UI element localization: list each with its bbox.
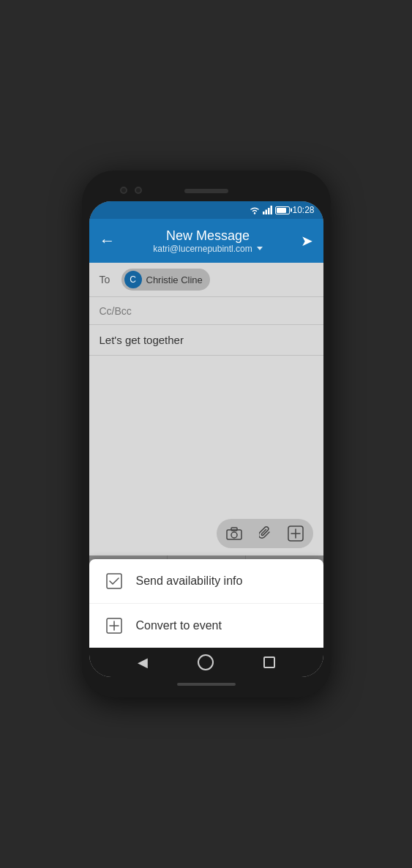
popup-overlay: Send availability info Convert to event bbox=[89, 559, 323, 648]
phone-speaker bbox=[184, 189, 228, 193]
header-title: New Message bbox=[116, 228, 301, 244]
home-bar bbox=[177, 683, 236, 686]
wifi-icon bbox=[249, 206, 261, 214]
phone-shell: 10:28 ← New Message katri@lucernepubintl… bbox=[82, 171, 331, 697]
convert-event-label: Convert to event bbox=[136, 619, 222, 632]
svg-rect-7 bbox=[231, 528, 237, 531]
recipient-avatar: C bbox=[124, 271, 142, 288]
attach-button[interactable] bbox=[255, 523, 275, 544]
add-button[interactable] bbox=[285, 523, 306, 544]
nav-back-button[interactable]: ◀ bbox=[130, 649, 156, 676]
front-sensor bbox=[135, 187, 142, 194]
convert-event-icon bbox=[104, 616, 124, 636]
nav-home-circle bbox=[198, 654, 214, 670]
send-availability-icon bbox=[104, 571, 124, 591]
nav-bar: ◀ bbox=[89, 648, 323, 677]
attachment-buttons bbox=[217, 519, 313, 548]
convert-event-item[interactable]: Convert to event bbox=[89, 604, 323, 648]
phone-screen: 10:28 ← New Message katri@lucernepubintl… bbox=[89, 201, 323, 677]
svg-point-6 bbox=[231, 532, 237, 538]
back-button[interactable]: ← bbox=[100, 231, 116, 250]
status-time: 10:28 bbox=[292, 205, 314, 215]
header-subtitle: katri@lucernepubintl.com bbox=[116, 244, 301, 254]
compose-screen: To C Christie Cline Cc/Bcc Let's get tog… bbox=[89, 263, 323, 648]
app-header: ← New Message katri@lucernepubintl.com ➤ bbox=[89, 219, 323, 263]
svg-rect-11 bbox=[107, 574, 121, 588]
chevron-down-icon bbox=[257, 247, 263, 250]
nav-recent-square bbox=[263, 656, 275, 668]
nav-recent-button[interactable] bbox=[256, 649, 282, 676]
to-field[interactable]: To C Christie Cline bbox=[89, 263, 323, 297]
recipient-name: Christie Cline bbox=[146, 274, 203, 285]
phone-top-bar bbox=[89, 181, 323, 201]
cc-bcc-label: Cc/Bcc bbox=[100, 305, 132, 317]
signal-icon bbox=[263, 206, 273, 214]
phone-bottom bbox=[89, 677, 323, 692]
svg-point-0 bbox=[254, 212, 255, 214]
svg-rect-3 bbox=[268, 208, 270, 214]
camera-button[interactable] bbox=[224, 523, 244, 544]
subject-value: Let's get together bbox=[100, 334, 184, 346]
svg-rect-2 bbox=[266, 210, 268, 215]
svg-rect-4 bbox=[271, 206, 273, 214]
compose-area: To C Christie Cline Cc/Bcc Let's get tog… bbox=[89, 263, 323, 555]
header-center: New Message katri@lucernepubintl.com bbox=[116, 228, 301, 254]
attachment-bar bbox=[89, 513, 323, 555]
status-icons: 10:28 bbox=[249, 205, 314, 215]
send-availability-item[interactable]: Send availability info bbox=[89, 559, 323, 604]
nav-home-button[interactable] bbox=[192, 649, 219, 676]
recipient-chip[interactable]: C Christie Cline bbox=[121, 269, 210, 291]
status-bar: 10:28 bbox=[89, 201, 323, 219]
to-label: To bbox=[100, 274, 114, 285]
subject-field[interactable]: Let's get together bbox=[89, 325, 323, 356]
send-button[interactable]: ➤ bbox=[301, 232, 313, 250]
battery-icon bbox=[275, 206, 290, 214]
cc-bcc-field[interactable]: Cc/Bcc bbox=[89, 297, 323, 325]
svg-rect-1 bbox=[263, 212, 265, 214]
body-area[interactable] bbox=[89, 356, 323, 513]
send-availability-label: Send availability info bbox=[136, 575, 243, 588]
header-account[interactable]: katri@lucernepubintl.com bbox=[153, 244, 252, 254]
front-camera bbox=[120, 187, 127, 194]
